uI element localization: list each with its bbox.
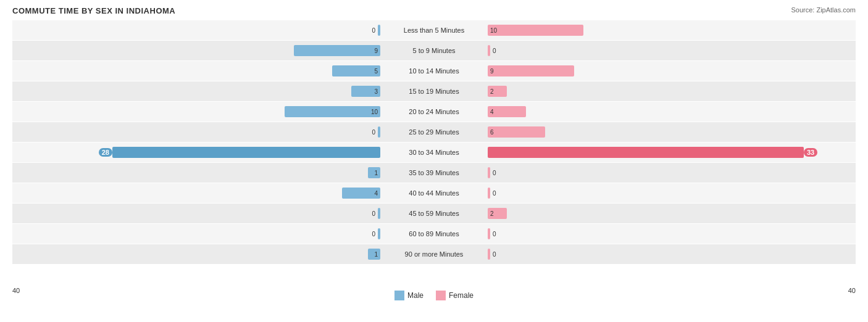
legend-male: Male xyxy=(394,291,424,300)
male-bar: 5 xyxy=(332,65,380,76)
row-label: 25 to 29 Minutes xyxy=(383,128,485,136)
legend-female: Female xyxy=(436,291,474,300)
male-bar xyxy=(378,228,380,239)
row-label: 10 to 14 Minutes xyxy=(383,67,485,75)
row-label: 35 to 39 Minutes xyxy=(383,169,485,176)
bar-row: 190 or more Minutes0 xyxy=(12,244,856,264)
right-section: 0 xyxy=(485,183,856,203)
male-zero-value: 0 xyxy=(372,27,375,34)
right-section: 0 xyxy=(485,244,856,264)
left-section: 1 xyxy=(12,163,383,183)
left-section: 9 xyxy=(12,41,383,60)
right-section: 2 xyxy=(485,204,856,223)
female-value: 4 xyxy=(490,109,494,115)
female-bar xyxy=(488,249,490,260)
bar-row: 2830 to 34 Minutes33 xyxy=(12,142,856,162)
bar-row: 1020 to 24 Minutes4 xyxy=(12,102,856,122)
male-bar xyxy=(378,25,380,36)
bar-row: 440 to 44 Minutes0 xyxy=(12,183,856,203)
female-bar: 4 xyxy=(488,106,526,117)
row-label: 60 to 89 Minutes xyxy=(383,230,485,237)
left-section: 3 xyxy=(12,81,383,101)
male-value: 1 xyxy=(374,170,378,176)
source-text: Source: ZipAtlas.com xyxy=(791,6,856,14)
female-bar: 10 xyxy=(488,25,583,36)
chart-area: 0Less than 5 Minutes1095 to 9 Minutes051… xyxy=(12,20,856,286)
bar-row: 060 to 89 Minutes0 xyxy=(12,224,856,244)
right-section: 10 xyxy=(485,20,856,40)
legend-male-box xyxy=(394,291,404,300)
left-section: 4 xyxy=(12,183,383,203)
chart-container: COMMUTE TIME BY SEX IN INDIAHOMA Source:… xyxy=(0,0,868,322)
right-section: 4 xyxy=(485,102,856,122)
right-section: 9 xyxy=(485,61,856,81)
right-section: 0 xyxy=(485,224,856,244)
chart-title: COMMUTE TIME BY SEX IN INDIAHOMA xyxy=(12,6,856,15)
bar-row: 135 to 39 Minutes0 xyxy=(12,163,856,183)
left-section: 28 xyxy=(12,142,383,162)
male-value: 1 xyxy=(374,251,378,258)
legend-female-box xyxy=(436,291,446,300)
bar-row: 0Less than 5 Minutes10 xyxy=(12,20,856,40)
left-section: 5 xyxy=(12,61,383,81)
axis-left: 40 xyxy=(12,287,20,300)
row-label: 5 to 9 Minutes xyxy=(383,47,485,54)
male-value-badge: 28 xyxy=(99,148,112,157)
male-bar: 3 xyxy=(351,86,380,97)
female-bar: 2 xyxy=(488,86,507,97)
right-section: 33 xyxy=(485,142,856,162)
right-section: 6 xyxy=(485,122,856,142)
legend-male-label: Male xyxy=(407,291,424,300)
legend: Male Female xyxy=(394,291,474,300)
female-zero-value: 0 xyxy=(493,231,496,237)
female-zero-value: 0 xyxy=(493,190,496,197)
row-label: 15 to 19 Minutes xyxy=(383,88,485,95)
axis-labels: 40 Male Female 40 xyxy=(12,287,856,300)
female-bar xyxy=(488,45,490,56)
row-label: 90 or more Minutes xyxy=(383,250,485,258)
male-value: 3 xyxy=(374,88,378,95)
left-section: 0 xyxy=(12,224,383,244)
female-bar xyxy=(488,167,490,178)
male-zero-value: 0 xyxy=(372,129,375,136)
female-value: 9 xyxy=(490,68,494,75)
male-bar: 1 xyxy=(368,249,380,260)
left-section: 10 xyxy=(12,102,383,122)
male-bar xyxy=(112,147,380,158)
bar-row: 025 to 29 Minutes6 xyxy=(12,122,856,142)
right-section: 0 xyxy=(485,41,856,60)
row-label: 20 to 24 Minutes xyxy=(383,108,485,115)
male-value: 5 xyxy=(374,68,378,75)
female-zero-value: 0 xyxy=(493,251,496,258)
female-value: 2 xyxy=(490,88,494,95)
male-bar: 10 xyxy=(285,106,380,117)
right-section: 0 xyxy=(485,163,856,183)
female-bar: 6 xyxy=(488,126,545,138)
male-bar xyxy=(378,208,380,219)
male-zero-value: 0 xyxy=(372,231,375,237)
male-value: 10 xyxy=(371,109,378,115)
male-value: 9 xyxy=(374,47,378,54)
female-zero-value: 0 xyxy=(493,47,496,54)
female-value: 2 xyxy=(490,210,494,217)
male-bar xyxy=(378,126,380,138)
male-bar: 9 xyxy=(294,45,380,56)
row-label: Less than 5 Minutes xyxy=(383,27,485,34)
axis-right: 40 xyxy=(848,287,856,300)
bar-row: 95 to 9 Minutes0 xyxy=(12,41,856,60)
right-section: 2 xyxy=(485,81,856,101)
female-value-badge: 33 xyxy=(804,148,817,157)
female-bar xyxy=(488,147,804,158)
row-label: 45 to 59 Minutes xyxy=(383,210,485,217)
female-bar: 2 xyxy=(488,208,507,219)
row-label: 30 to 34 Minutes xyxy=(383,149,485,156)
left-section: 0 xyxy=(12,20,383,40)
left-section: 1 xyxy=(12,244,383,264)
female-value: 10 xyxy=(490,27,497,34)
male-value: 4 xyxy=(374,190,378,197)
bar-row: 045 to 59 Minutes2 xyxy=(12,204,856,223)
female-value: 6 xyxy=(490,129,494,136)
row-label: 40 to 44 Minutes xyxy=(383,189,485,197)
left-section: 0 xyxy=(12,122,383,142)
bar-row: 315 to 19 Minutes2 xyxy=(12,81,856,101)
